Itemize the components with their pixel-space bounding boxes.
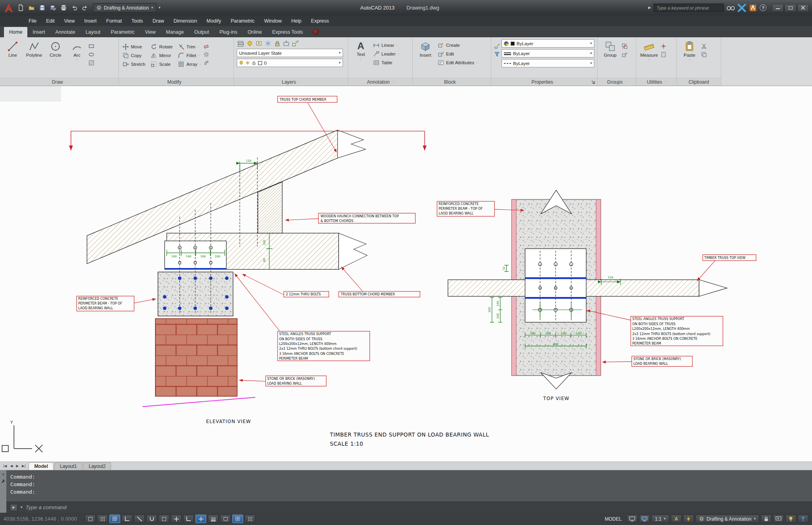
tab-manage[interactable]: Manage <box>161 27 189 37</box>
layer-freeze-icon[interactable] <box>265 40 272 47</box>
id-point-icon[interactable] <box>661 43 666 49</box>
dynamic-input-toggle[interactable] <box>195 515 206 523</box>
clipboard-panel-title[interactable]: Clipboard <box>677 78 721 86</box>
menu-window[interactable]: Window <box>259 16 286 26</box>
annotation-panel-title[interactable]: Annotation▾ <box>348 78 412 86</box>
ortho-mode-toggle[interactable] <box>122 515 132 523</box>
tab-view[interactable]: View <box>140 27 161 37</box>
search-input[interactable] <box>653 4 724 12</box>
workspace-switching-button[interactable]: Drafting & Annotation▾ <box>695 515 759 523</box>
infer-constraints-toggle[interactable] <box>85 515 96 523</box>
cut-icon[interactable] <box>701 43 707 49</box>
show-transparency-toggle[interactable] <box>220 515 231 523</box>
layer-isolate-icon[interactable] <box>256 40 262 47</box>
brick-wall[interactable] <box>155 318 237 396</box>
tab-plugins[interactable]: Plug-ins <box>214 27 242 37</box>
menu-format[interactable]: Format <box>102 16 127 26</box>
tab-model[interactable]: Model <box>29 462 54 470</box>
move-button[interactable]: Move <box>122 43 146 50</box>
close-command-icon[interactable]: × <box>2 472 4 477</box>
quick-view-layouts-button[interactable] <box>627 515 638 523</box>
dynamic-ucs-toggle[interactable] <box>183 515 194 523</box>
hatch-tool-icon[interactable] <box>88 60 94 66</box>
array-button[interactable]: Array▾ <box>177 61 202 68</box>
workspace-selector[interactable]: Drafting & Annotation ▾ <box>93 3 157 12</box>
menu-draw[interactable]: Draw <box>148 16 169 26</box>
last-tab-icon[interactable]: ▶| <box>21 464 27 468</box>
autoscale-button[interactable] <box>683 515 694 523</box>
modify-panel-title[interactable]: Modify▾ <box>119 78 234 86</box>
linear-dimension-button[interactable]: Linear▾ <box>372 42 400 49</box>
block-panel-title[interactable]: Block▾ <box>413 78 491 86</box>
menu-help[interactable]: Help <box>287 16 306 26</box>
match-properties-icon[interactable] <box>494 43 500 49</box>
first-tab-icon[interactable]: |◀ <box>2 464 8 468</box>
trim-button[interactable]: Trim▾ <box>177 43 202 50</box>
redo-icon[interactable] <box>80 3 90 13</box>
layer-state-dropdown[interactable]: Unsaved Layer State▾ <box>237 49 343 57</box>
tab-layout[interactable]: Layout <box>80 27 106 37</box>
menu-tools[interactable]: Tools <box>126 16 147 26</box>
layer-off-icon[interactable] <box>247 40 253 47</box>
3d-object-snap-toggle[interactable] <box>159 515 169 523</box>
tab-insert[interactable]: Insert <box>27 27 50 37</box>
properties-panel-title[interactable]: Properties▾ <box>491 78 597 86</box>
exchange-apps-icon[interactable] <box>749 4 757 12</box>
copy-button[interactable]: Copy <box>122 52 146 59</box>
match-layer-icon[interactable] <box>292 40 299 47</box>
properties-dialog-launcher-icon[interactable] <box>590 79 596 85</box>
erase-icon[interactable] <box>203 43 209 49</box>
paste-button[interactable]: Paste▾ <box>680 39 699 62</box>
fillet-button[interactable]: Fillet▾ <box>177 52 202 59</box>
group-button[interactable]: Group <box>600 39 620 57</box>
mirror-button[interactable]: Mirror <box>150 52 173 59</box>
search-binoculars-icon[interactable] <box>726 4 735 12</box>
tab-parametric[interactable]: Parametric <box>105 27 140 37</box>
layer-lock-icon[interactable] <box>274 40 281 47</box>
tab-online[interactable]: Online <box>242 27 267 37</box>
arc-button[interactable]: Arc▾ <box>67 39 87 62</box>
polyline-button[interactable]: Polyline <box>24 39 44 57</box>
quick-select-icon[interactable] <box>494 52 500 57</box>
menu-modify[interactable]: Modify <box>202 16 226 26</box>
menu-insert[interactable]: Insert <box>80 16 102 26</box>
minimize-button[interactable] <box>772 4 783 12</box>
draw-panel-title[interactable]: Draw▾ <box>0 78 119 86</box>
stretch-button[interactable]: Stretch <box>122 61 146 68</box>
command-input[interactable] <box>26 504 808 510</box>
tab-output[interactable]: Output <box>189 27 214 37</box>
text-button[interactable]: AText▾ <box>351 39 371 61</box>
save-as-icon[interactable] <box>48 3 57 13</box>
customize-wrench-icon[interactable] <box>1 479 6 483</box>
copy-clip-icon[interactable] <box>701 52 707 57</box>
object-snap-tracking-toggle[interactable] <box>171 515 182 523</box>
utilities-panel-title[interactable]: Utilities▾ <box>636 78 676 86</box>
polar-tracking-toggle[interactable] <box>134 515 145 523</box>
command-prompt-icon[interactable]: ▶ <box>10 504 17 511</box>
tab-layout1[interactable]: Layout1 <box>54 462 82 470</box>
show-lineweight-toggle[interactable] <box>208 515 218 523</box>
tab-annotate[interactable]: Annotate <box>50 27 80 37</box>
maximize-button[interactable] <box>785 4 796 12</box>
ellipse-tool-icon[interactable] <box>88 52 94 57</box>
annotation-scale-button[interactable]: 1:1▾ <box>651 515 669 523</box>
table-button[interactable]: Table <box>372 59 400 66</box>
undo-icon[interactable] <box>69 3 79 13</box>
layer-dropdown[interactable]: 0 ▾ <box>237 59 343 67</box>
offset-icon[interactable] <box>203 60 209 66</box>
object-color-dropdown[interactable]: ByLayer▾ <box>502 39 594 48</box>
qat-customize-icon[interactable]: ▾ <box>159 6 161 10</box>
model-space-button[interactable]: MODEL <box>601 516 625 522</box>
layers-panel-title[interactable]: Layers▾ <box>234 78 348 86</box>
close-button[interactable] <box>797 4 809 12</box>
grid-display-toggle[interactable] <box>109 515 120 523</box>
linetype-dropdown[interactable]: ByLayer▾ <box>502 59 594 67</box>
create-block-button[interactable]: Create <box>437 42 479 49</box>
annotation-visibility-button[interactable]: A <box>671 515 682 523</box>
make-current-layer-icon[interactable] <box>283 40 290 47</box>
leader-button[interactable]: Leader▾ <box>372 50 400 57</box>
isolate-objects-button[interactable] <box>785 515 796 523</box>
groups-panel-title[interactable]: Groups▾ <box>598 78 636 86</box>
quick-calc-icon[interactable] <box>661 52 666 57</box>
selection-cycling-toggle[interactable] <box>245 515 255 523</box>
